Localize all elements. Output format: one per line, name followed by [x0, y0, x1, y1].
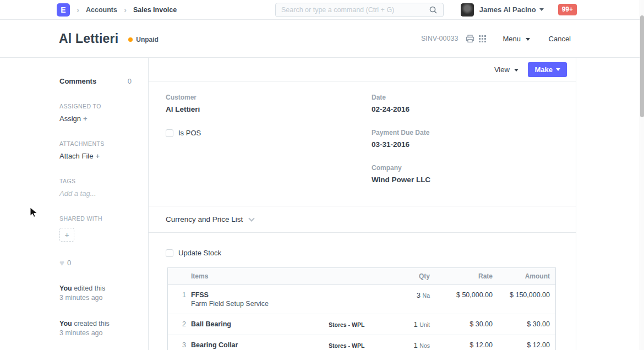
col-qty: Qty: [390, 272, 430, 280]
date-field[interactable]: Date 02-24-2016: [372, 94, 577, 113]
heart-icon[interactable]: ♥: [59, 258, 64, 267]
print-button[interactable]: [466, 35, 474, 43]
date-value: 02-24-2016: [372, 105, 577, 113]
item-uom: Nos: [419, 342, 430, 349]
chevron-right-icon: ›: [124, 5, 127, 14]
breadcrumb-accounts[interactable]: Accounts: [86, 6, 117, 14]
form-sidebar: Comments 0 ASSIGNED TO Assign+ ATTACHMEN…: [0, 58, 149, 350]
form-toolbar: View Make: [149, 58, 576, 81]
page-body: Comments 0 ASSIGNED TO Assign+ ATTACHMEN…: [0, 58, 644, 350]
row-index: 3: [168, 341, 191, 349]
company-field[interactable]: Company Wind Power LLC: [372, 164, 577, 184]
currency-section-toggle[interactable]: Currency and Price List: [149, 206, 576, 233]
chevron-right-icon: ›: [77, 5, 79, 14]
is-pos-label: Is POS: [178, 129, 201, 137]
table-row[interactable]: 1 FFSS Farm Field Setup Service 3 Na $ 5…: [168, 285, 555, 314]
chevron-down-icon: [514, 69, 519, 72]
payment-due-date-field[interactable]: Payment Due Date 03-31-2016: [372, 129, 577, 149]
company-value: Wind Power LLC: [372, 176, 577, 184]
share-add-button[interactable]: +: [59, 228, 74, 242]
item-amount: $ 30.00: [493, 320, 555, 328]
col-rate: Rate: [430, 272, 493, 280]
notification-badge[interactable]: 99+: [558, 4, 577, 15]
document-id: SINV-00033: [421, 35, 458, 42]
tags-heading: TAGS: [59, 178, 132, 184]
payment-due-date-label: Payment Due Date: [372, 129, 577, 136]
invoice-details-section: Customer Al Lettieri Is POS Date 02-24-2…: [149, 81, 576, 206]
company-label: Company: [372, 164, 577, 172]
status-dot-icon: [128, 37, 133, 42]
update-stock-checkbox[interactable]: [166, 249, 173, 257]
items-section: Update Stock Items Qty Rate Amount 1 FFS…: [149, 233, 576, 350]
item-rate: $ 12.00: [430, 341, 493, 349]
item-warehouse: Stores - WPL: [329, 320, 390, 328]
table-row[interactable]: 2 Ball Bearing Stores - WPL 1 Unit $ 30.…: [168, 314, 555, 335]
customer-field[interactable]: Customer Al Lettieri: [166, 94, 372, 113]
likes: ♥ 0: [59, 258, 132, 267]
comments-label: Comments: [59, 77, 96, 85]
attach-file-button[interactable]: Attach File+: [59, 152, 132, 160]
global-search[interactable]: [275, 3, 444, 17]
breadcrumb-sales-invoice[interactable]: Sales Invoice: [133, 6, 177, 14]
item-name: Bearing Collar: [191, 341, 329, 349]
plus-icon: +: [83, 114, 88, 123]
grid-icon: [479, 35, 486, 42]
activity-created: You created this 3 minutes ago: [59, 319, 132, 338]
form-main: View Make Customer Al Lettieri Is POS: [149, 58, 576, 350]
chevron-down-icon: [526, 38, 530, 41]
search-input[interactable]: [281, 6, 429, 14]
is-pos-field: Is POS: [166, 129, 372, 137]
item-warehouse: Stores - WPL: [329, 341, 390, 349]
customer-value: Al Lettieri: [166, 105, 372, 113]
chevron-down-icon: [539, 8, 544, 11]
activity-edited: You edited this 3 minutes ago: [59, 284, 132, 303]
navbar: E › Accounts › Sales Invoice James Al Pa…: [0, 0, 644, 20]
plus-icon: +: [95, 152, 100, 160]
attachments-heading: ATTACHMENTS: [59, 140, 132, 147]
payment-due-date-value: 03-31-2016: [372, 140, 577, 149]
comments-link[interactable]: Comments 0: [59, 77, 132, 85]
update-stock-label: Update Stock: [178, 249, 221, 257]
item-rate: $ 50,000.00: [430, 291, 493, 299]
add-tag-input[interactable]: Add a tag...: [59, 189, 132, 198]
item-rate: $ 30.00: [430, 320, 493, 328]
col-amount: Amount: [493, 272, 555, 280]
chevron-down-icon: [249, 215, 255, 221]
is-pos-checkbox[interactable]: [166, 129, 173, 137]
table-row[interactable]: 3 Bearing Collar Stores - WPL 1 Nos $ 12…: [168, 335, 555, 350]
item-qty: 3: [417, 291, 421, 299]
item-qty: 1: [413, 320, 417, 329]
plus-icon: +: [64, 231, 69, 239]
status-label: Unpaid: [136, 36, 159, 43]
open-module-button[interactable]: [479, 35, 486, 42]
menu-button[interactable]: Menu: [503, 35, 530, 43]
avatar: [461, 3, 474, 17]
make-button[interactable]: Make: [528, 62, 567, 77]
items-table-header: Items Qty Rate Amount: [168, 268, 555, 285]
item-description: Farm Field Setup Service: [191, 300, 329, 308]
date-label: Date: [372, 94, 577, 101]
col-items: Items: [191, 272, 329, 280]
customer-label: Customer: [166, 94, 372, 101]
assign-button[interactable]: Assign+: [59, 114, 132, 123]
cancel-button[interactable]: Cancel: [549, 35, 571, 43]
user-name: James Al Pacino: [479, 6, 536, 14]
items-table: Items Qty Rate Amount 1 FFSS Farm Field …: [167, 267, 556, 350]
printer-icon: [466, 35, 474, 43]
assigned-to-heading: ASSIGNED TO: [59, 103, 132, 110]
scrollbar-track[interactable]: [640, 0, 644, 350]
item-uom: Unit: [419, 321, 430, 328]
likes-count: 0: [67, 259, 71, 267]
page-head: Al Lettieri Unpaid SINV-00033 Menu Cance…: [0, 20, 644, 58]
app-logo[interactable]: E: [57, 3, 70, 17]
scrollbar-thumb[interactable]: [640, 15, 644, 117]
shared-with-heading: SHARED WITH: [59, 215, 132, 222]
user-menu[interactable]: James Al Pacino 99+: [461, 3, 577, 17]
item-amount: $ 150,000.00: [493, 291, 555, 299]
update-stock-field: Update Stock: [166, 249, 555, 257]
view-button[interactable]: View: [494, 65, 519, 74]
item-name: Ball Bearing: [191, 320, 329, 328]
comments-count: 0: [128, 77, 132, 85]
item-warehouse: [329, 291, 390, 292]
status-badge: Unpaid: [128, 36, 159, 43]
